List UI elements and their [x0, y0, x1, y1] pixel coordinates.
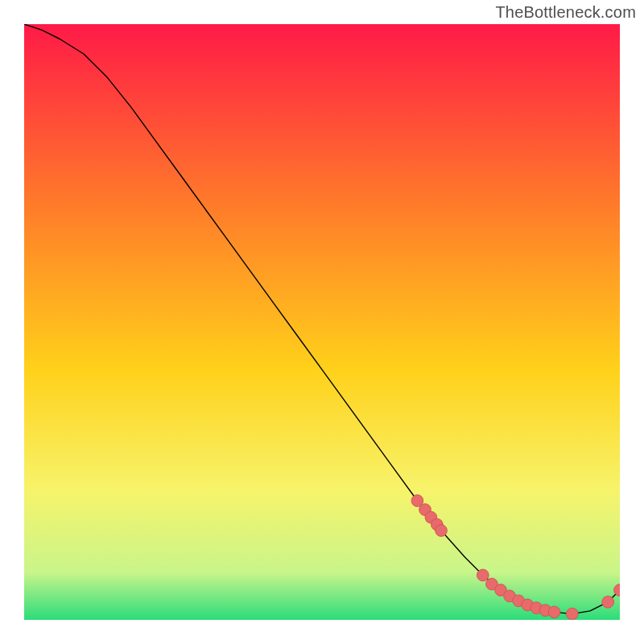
attribution-watermark: TheBottleneck.com [495, 3, 636, 22]
gradient-background [24, 24, 620, 620]
data-point-marker [566, 608, 578, 620]
data-point-marker [548, 606, 560, 618]
data-point-marker [477, 569, 489, 581]
chart-container: TheBottleneck.com [0, 0, 644, 644]
data-point-marker [436, 525, 448, 537]
data-point-marker [602, 596, 614, 608]
chart-svg [24, 24, 620, 620]
plot-area [24, 24, 620, 620]
